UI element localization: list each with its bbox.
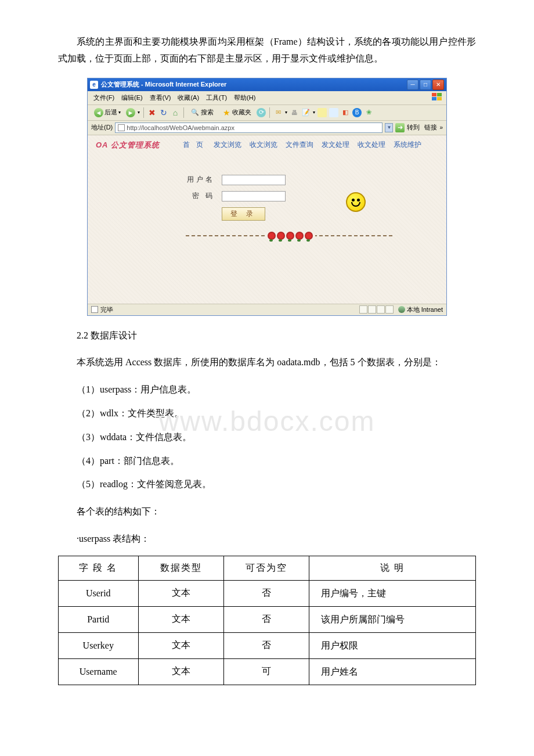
search-button[interactable]: 🔍 搜索 (187, 107, 217, 118)
nav-send-browse[interactable]: 发文浏览 (214, 140, 241, 150)
tool-icon-1[interactable] (329, 108, 338, 117)
back-button[interactable]: ◄ 后退 ▾ (91, 107, 124, 118)
window-titlebar: e 公文管理系统 - Microsoft Internet Explorer ─… (88, 78, 446, 91)
cell-field: Userid (59, 580, 139, 606)
cell-field: Username (59, 658, 139, 685)
table-row: Username 文本 可 用户姓名 (59, 658, 476, 685)
menu-favorites[interactable]: 收藏(A) (175, 93, 201, 103)
oa-logo: OA 公文管理系统 (96, 140, 160, 150)
maximize-button[interactable]: □ (420, 80, 431, 90)
cell-field: Partid (59, 606, 139, 632)
th-null: 可否为空 (223, 556, 309, 580)
cell-desc: 用户权限 (309, 632, 476, 658)
cell-desc: 用户姓名 (309, 658, 476, 685)
search-icon: 🔍 (190, 108, 200, 117)
refresh-icon[interactable]: ↻ (159, 108, 168, 117)
forward-button[interactable]: ► (126, 108, 135, 117)
db-item-1: （1）userpass：用户信息表。 (58, 381, 476, 398)
cell-type: 文本 (138, 658, 223, 685)
nav-send-process[interactable]: 发文处理 (322, 140, 349, 150)
decorative-divider (186, 228, 395, 244)
address-label: 地址(D) (91, 123, 113, 132)
db-item-3: （3）wddata：文件信息表。 (58, 429, 476, 446)
menu-tools[interactable]: 工具(T) (204, 93, 229, 103)
browser-screenshot: e 公文管理系统 - Microsoft Internet Explorer ─… (87, 78, 447, 316)
stop-icon[interactable]: ✖ (147, 108, 157, 117)
table-row: Userid 文本 否 用户编号，主键 (59, 580, 476, 606)
zone-icon (398, 306, 405, 313)
home-icon[interactable]: ⌂ (171, 108, 180, 117)
cell-type: 文本 (138, 580, 223, 606)
cell-null: 否 (223, 632, 309, 658)
th-desc: 说 明 (309, 556, 476, 580)
minimize-button[interactable]: ─ (407, 80, 418, 90)
links-label[interactable]: 链接 (424, 123, 437, 132)
menu-help[interactable]: 帮助(H) (232, 93, 258, 103)
login-button[interactable]: 登 录 (222, 207, 265, 221)
menu-file[interactable]: 文件(F) (91, 93, 117, 103)
cell-null: 否 (223, 580, 309, 606)
windows-flag-icon (431, 93, 443, 101)
page-icon (118, 124, 125, 131)
window-title: 公文管理系统 - Microsoft Internet Explorer (101, 80, 407, 89)
db-item-2: （2）wdlx：文件类型表。 (58, 405, 476, 422)
url-input[interactable]: http://localhost/WebOA/webmain.azpx (115, 123, 383, 133)
nav-home[interactable]: 首 页 (183, 140, 205, 150)
table-header-row: 字 段 名 数据类型 可否为空 说 明 (59, 556, 476, 580)
intro-paragraph: 系统的主界面和主要功能模块界面均采用框架（Frame）结构设计，系统的各项功能以… (58, 34, 476, 67)
table-row: Userkey 文本 否 用户权限 (59, 632, 476, 658)
username-input[interactable] (222, 175, 286, 185)
nav-sys-maint[interactable]: 系统维护 (394, 140, 421, 150)
tool-icon-3[interactable]: ❀ (364, 108, 373, 117)
tool-icon-2[interactable]: ◧ (341, 108, 350, 117)
go-button-icon[interactable]: ➜ (395, 123, 405, 132)
nav-recv-process[interactable]: 收文处理 (358, 140, 385, 150)
toolbar: ◄ 后退 ▾ ► ▾ ✖ ↻ ⌂ 🔍 搜索 ★ 收藏夹 ⟳ ✉ ▾ 🖶 (88, 105, 446, 121)
db-item-5: （5）readlog：文件签阅意见表。 (58, 476, 476, 493)
cell-desc: 该用户所属部门编号 (309, 606, 476, 632)
nav-recv-browse[interactable]: 收文浏览 (250, 140, 277, 150)
menu-view[interactable]: 查看(V) (147, 93, 174, 103)
address-bar: 地址(D) http://localhost/WebOA/webmain.azp… (88, 121, 446, 135)
menu-edit[interactable]: 编辑(E) (119, 93, 145, 103)
status-bar: 完毕 本地 Intranet (88, 304, 446, 315)
oa-nav: 首 页 发文浏览 收文浏览 文件查询 发文处理 收文处理 系统维护 (183, 140, 421, 150)
tables-intro: 各个表的结构如下： (58, 503, 476, 520)
status-done: 完毕 (100, 305, 113, 314)
back-arrow-icon: ◄ (94, 108, 103, 117)
page-content: OA 公文管理系统 首 页 发文浏览 收文浏览 文件查询 发文处理 收文处理 系… (88, 135, 446, 304)
smiley-icon (346, 192, 366, 212)
cell-desc: 用户编号，主键 (309, 580, 476, 606)
cell-type: 文本 (138, 606, 223, 632)
url-dropdown[interactable]: ▼ (385, 123, 393, 132)
password-input[interactable] (222, 191, 286, 201)
mail-icon[interactable]: ✉ (273, 108, 283, 117)
username-label: 用户名 (186, 175, 215, 185)
close-button[interactable]: ✕ (432, 80, 444, 90)
table-row: Partid 文本 否 该用户所属部门编号 (59, 606, 476, 632)
cell-null: 可 (223, 658, 309, 685)
db-paragraph: 本系统选用 Access 数据库，所使用的数据库名为 oadata.mdb，包括… (58, 354, 476, 371)
folder-icon[interactable] (317, 108, 327, 117)
url-text: http://localhost/WebOA/webmain.azpx (127, 124, 234, 131)
th-field: 字 段 名 (59, 556, 139, 580)
cell-null: 否 (223, 606, 309, 632)
history-icon[interactable]: ⟳ (257, 108, 266, 117)
print-icon[interactable]: 🖶 (290, 108, 299, 117)
password-label: 密 码 (186, 191, 215, 201)
favorites-button[interactable]: ★ 收藏夹 (219, 107, 254, 118)
menu-bar: 文件(F) 编辑(E) 查看(V) 收藏(A) 工具(T) 帮助(H) (88, 91, 446, 105)
page-done-icon (91, 306, 98, 313)
db-item-4: （4）part：部门信息表。 (58, 453, 476, 470)
status-panes (359, 305, 394, 314)
edit-icon[interactable]: 📝 (301, 108, 311, 117)
login-form: 用户名 密 码 登 录 (186, 175, 348, 244)
cell-field: Userkey (59, 632, 139, 658)
cell-type: 文本 (138, 632, 223, 658)
section-2-2: 2.2 数据库设计 (58, 327, 476, 344)
go-label: 转到 (407, 123, 420, 132)
th-type: 数据类型 (138, 556, 223, 580)
ie-icon: e (90, 81, 98, 89)
nav-file-query[interactable]: 文件查询 (286, 140, 313, 150)
bluetooth-icon[interactable]: B (352, 108, 362, 117)
